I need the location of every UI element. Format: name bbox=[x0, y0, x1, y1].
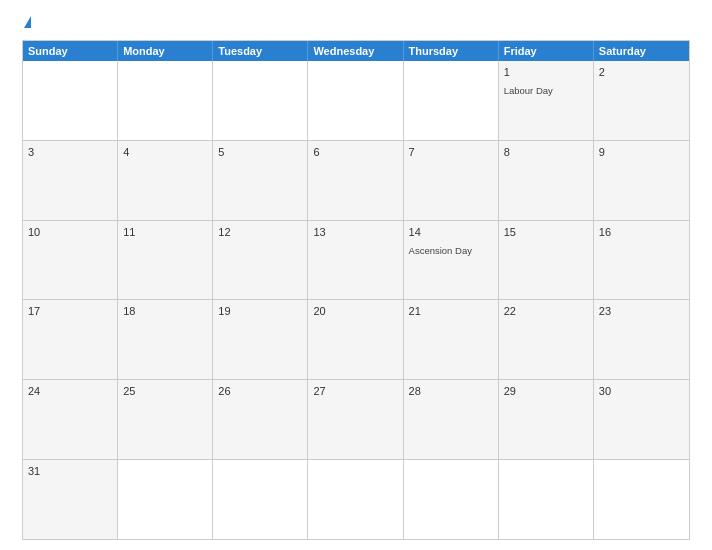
cell-1-5: 8 bbox=[499, 141, 594, 220]
cell-number: 8 bbox=[504, 146, 588, 158]
header-saturday: Saturday bbox=[594, 41, 689, 61]
cell-5-5 bbox=[499, 460, 594, 539]
cell-number: 31 bbox=[28, 465, 112, 477]
cell-5-4 bbox=[404, 460, 499, 539]
cell-number: 7 bbox=[409, 146, 493, 158]
cell-3-2: 19 bbox=[213, 300, 308, 379]
header bbox=[22, 18, 690, 28]
cell-number: 19 bbox=[218, 305, 302, 317]
cell-0-0 bbox=[23, 61, 118, 140]
cell-number: 13 bbox=[313, 226, 397, 238]
cell-number: 1 bbox=[504, 66, 588, 78]
cell-event: Ascension Day bbox=[409, 245, 472, 256]
cell-3-3: 20 bbox=[308, 300, 403, 379]
cell-1-3: 6 bbox=[308, 141, 403, 220]
cell-number: 4 bbox=[123, 146, 207, 158]
cell-0-4 bbox=[404, 61, 499, 140]
cell-3-4: 21 bbox=[404, 300, 499, 379]
cell-0-3 bbox=[308, 61, 403, 140]
cell-number: 27 bbox=[313, 385, 397, 397]
cell-3-6: 23 bbox=[594, 300, 689, 379]
cell-number: 2 bbox=[599, 66, 684, 78]
cell-number: 17 bbox=[28, 305, 112, 317]
cell-3-0: 17 bbox=[23, 300, 118, 379]
cell-2-2: 12 bbox=[213, 221, 308, 300]
cell-number: 16 bbox=[599, 226, 684, 238]
cell-number: 25 bbox=[123, 385, 207, 397]
cell-5-6 bbox=[594, 460, 689, 539]
cell-number: 15 bbox=[504, 226, 588, 238]
cell-4-0: 24 bbox=[23, 380, 118, 459]
cell-number: 18 bbox=[123, 305, 207, 317]
cell-2-3: 13 bbox=[308, 221, 403, 300]
cell-1-4: 7 bbox=[404, 141, 499, 220]
cell-5-0: 31 bbox=[23, 460, 118, 539]
cell-number: 20 bbox=[313, 305, 397, 317]
logo bbox=[22, 18, 31, 28]
calendar-page: Sunday Monday Tuesday Wednesday Thursday… bbox=[0, 0, 712, 550]
cell-1-2: 5 bbox=[213, 141, 308, 220]
weeks-container: 1Labour Day234567891011121314Ascension D… bbox=[23, 61, 689, 539]
header-tuesday: Tuesday bbox=[213, 41, 308, 61]
week-row-3: 1011121314Ascension Day1516 bbox=[23, 221, 689, 301]
cell-3-1: 18 bbox=[118, 300, 213, 379]
week-row-1: 1Labour Day2 bbox=[23, 61, 689, 141]
cell-number: 26 bbox=[218, 385, 302, 397]
week-row-4: 17181920212223 bbox=[23, 300, 689, 380]
logo-triangle-icon bbox=[24, 16, 31, 28]
cell-4-1: 25 bbox=[118, 380, 213, 459]
cell-number: 6 bbox=[313, 146, 397, 158]
cell-number: 5 bbox=[218, 146, 302, 158]
cell-3-5: 22 bbox=[499, 300, 594, 379]
week-row-2: 3456789 bbox=[23, 141, 689, 221]
week-row-5: 24252627282930 bbox=[23, 380, 689, 460]
cell-2-5: 15 bbox=[499, 221, 594, 300]
cell-number: 10 bbox=[28, 226, 112, 238]
cell-number: 9 bbox=[599, 146, 684, 158]
cell-0-6: 2 bbox=[594, 61, 689, 140]
week-row-6: 31 bbox=[23, 460, 689, 539]
cell-number: 29 bbox=[504, 385, 588, 397]
cell-number: 28 bbox=[409, 385, 493, 397]
cell-2-4: 14Ascension Day bbox=[404, 221, 499, 300]
cell-event: Labour Day bbox=[504, 85, 553, 96]
cell-number: 3 bbox=[28, 146, 112, 158]
cell-number: 23 bbox=[599, 305, 684, 317]
header-sunday: Sunday bbox=[23, 41, 118, 61]
cell-number: 21 bbox=[409, 305, 493, 317]
cell-5-3 bbox=[308, 460, 403, 539]
cell-4-4: 28 bbox=[404, 380, 499, 459]
cell-0-1 bbox=[118, 61, 213, 140]
cell-4-5: 29 bbox=[499, 380, 594, 459]
header-monday: Monday bbox=[118, 41, 213, 61]
cell-5-2 bbox=[213, 460, 308, 539]
header-wednesday: Wednesday bbox=[308, 41, 403, 61]
cell-number: 24 bbox=[28, 385, 112, 397]
cell-1-1: 4 bbox=[118, 141, 213, 220]
calendar-grid: Sunday Monday Tuesday Wednesday Thursday… bbox=[22, 40, 690, 540]
cell-4-2: 26 bbox=[213, 380, 308, 459]
cell-0-2 bbox=[213, 61, 308, 140]
cell-1-6: 9 bbox=[594, 141, 689, 220]
cell-2-0: 10 bbox=[23, 221, 118, 300]
cell-number: 14 bbox=[409, 226, 493, 238]
header-friday: Friday bbox=[499, 41, 594, 61]
cell-2-1: 11 bbox=[118, 221, 213, 300]
header-thursday: Thursday bbox=[404, 41, 499, 61]
day-headers: Sunday Monday Tuesday Wednesday Thursday… bbox=[23, 41, 689, 61]
cell-1-0: 3 bbox=[23, 141, 118, 220]
cell-4-6: 30 bbox=[594, 380, 689, 459]
cell-number: 22 bbox=[504, 305, 588, 317]
cell-2-6: 16 bbox=[594, 221, 689, 300]
cell-number: 30 bbox=[599, 385, 684, 397]
cell-number: 11 bbox=[123, 226, 207, 238]
cell-number: 12 bbox=[218, 226, 302, 238]
cell-0-5: 1Labour Day bbox=[499, 61, 594, 140]
cell-4-3: 27 bbox=[308, 380, 403, 459]
cell-5-1 bbox=[118, 460, 213, 539]
